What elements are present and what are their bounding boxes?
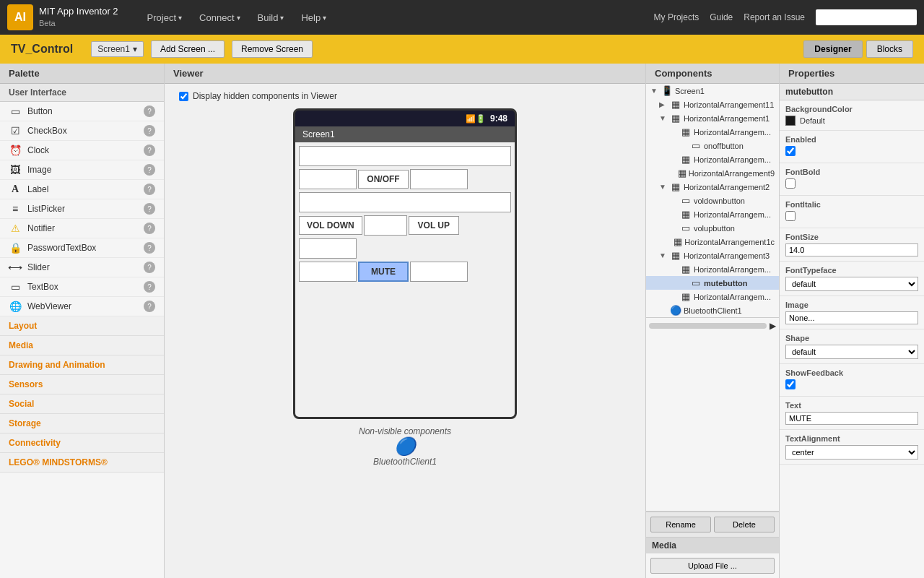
- image-help-icon[interactable]: ?: [144, 164, 155, 176]
- properties-component-name: mutebutton: [780, 84, 924, 100]
- palette-section-social[interactable]: Social: [0, 394, 164, 414]
- listpicker-icon: ≡: [9, 202, 22, 215]
- project-title: TV_Control: [11, 43, 73, 56]
- comp-panel-inner: Components ▼ 📱 Screen1 ▶ ▦ HorizontalArr…: [646, 64, 779, 578]
- palette-section-connectivity[interactable]: Connectivity: [0, 434, 164, 453]
- phone-row-4: VOL DOWN VOL UP: [299, 215, 511, 236]
- phone-volup-button[interactable]: VOL UP: [409, 216, 459, 235]
- upload-file-button[interactable]: Upload File ...: [650, 558, 775, 574]
- my-projects-link[interactable]: My Projects: [654, 12, 699, 22]
- fontitalic-checkbox[interactable]: [785, 211, 796, 221]
- passwordtextbox-help-icon[interactable]: ?: [144, 242, 155, 254]
- palette-item-clock[interactable]: ⏰ Clock ?: [0, 141, 164, 160]
- nav-help[interactable]: Help ▾: [294, 9, 334, 26]
- comp-harr-last[interactable]: ▦ HorizontalArrangem...: [646, 290, 779, 303]
- comp-screen1[interactable]: ▼ 📱 Screen1: [646, 84, 779, 98]
- prop-fontsize: FontSize: [780, 228, 924, 262]
- fonttypeface-select[interactable]: default serif sans serif monospace: [785, 277, 918, 291]
- listpicker-help-icon[interactable]: ?: [144, 203, 155, 215]
- comp-harr2[interactable]: ▼ ▦ HorizontalArrangement2: [646, 180, 779, 194]
- comp-harr11[interactable]: ▶ ▦ HorizontalArrangement11: [646, 98, 779, 111]
- checkbox-help-icon[interactable]: ?: [144, 125, 155, 137]
- phone-input-4: [364, 215, 407, 236]
- clock-icon: ⏰: [9, 144, 22, 157]
- palette-item-textbox[interactable]: ▭ TextBox ?: [0, 277, 164, 297]
- phone-status-bar: 📶🔋 9:48: [295, 111, 515, 126]
- prop-backgroundcolor: BackgroundColor Default: [780, 100, 924, 131]
- palette-item-button[interactable]: ▭ Button ?: [0, 102, 164, 121]
- harr3-icon: ▦: [670, 250, 681, 261]
- webviewer-help-icon[interactable]: ?: [144, 301, 155, 312]
- enabled-checkbox[interactable]: [785, 146, 796, 156]
- comp-scrollbar[interactable]: [649, 323, 767, 329]
- palette-section-layout[interactable]: Layout: [0, 316, 164, 336]
- palette-item-notifier[interactable]: ⚠ Notifier ?: [0, 219, 164, 238]
- comp-harr-sub1[interactable]: ▦ HorizontalArrangem...: [646, 125, 779, 139]
- prop-image: Image: [780, 296, 924, 329]
- comp-volup[interactable]: ▭ volupbutton: [646, 221, 779, 235]
- comp-harr1c[interactable]: ▦ HorizontalArrangement1c: [646, 235, 779, 249]
- search-input[interactable]: [816, 9, 917, 25]
- rename-button[interactable]: Rename: [650, 517, 711, 532]
- screen-icon: 📱: [661, 85, 673, 96]
- palette-item-webviewer[interactable]: 🌐 WebViewer ?: [0, 297, 164, 316]
- comp-mutebutton[interactable]: ▭ mutebutton: [646, 276, 779, 290]
- text-input[interactable]: [785, 412, 918, 425]
- harr2-icon: ▦: [670, 181, 681, 192]
- phone-mute-button[interactable]: MUTE: [358, 262, 409, 282]
- palette-section-lego[interactable]: LEGO® MINDSTORMS®: [0, 453, 164, 473]
- showfeedback-checkbox[interactable]: [785, 379, 796, 389]
- shape-select[interactable]: default rounded rectangle oval: [785, 345, 918, 359]
- image-input[interactable]: [785, 311, 918, 324]
- fontsize-input[interactable]: [785, 243, 918, 256]
- fontbold-checkbox[interactable]: [785, 178, 796, 189]
- comp-harr-mute-row[interactable]: ▦ HorizontalArrangem...: [646, 262, 779, 276]
- textalignment-select[interactable]: center left right: [785, 445, 918, 460]
- palette-section-media[interactable]: Media: [0, 336, 164, 355]
- comp-harr1[interactable]: ▼ ▦ HorizontalArrangement1: [646, 111, 779, 125]
- report-issue-link[interactable]: Report an Issue: [744, 12, 805, 22]
- guide-link[interactable]: Guide: [710, 12, 733, 22]
- comp-voldown[interactable]: ▭ voldownbutton: [646, 194, 779, 207]
- notifier-help-icon[interactable]: ?: [144, 223, 155, 234]
- textbox-help-icon[interactable]: ?: [144, 281, 155, 293]
- comp-harr-mid[interactable]: ▦ HorizontalArrangem...: [646, 207, 779, 221]
- delete-button[interactable]: Delete: [714, 517, 775, 532]
- comp-onoffbutton[interactable]: ▭ onoffbutton: [646, 139, 779, 152]
- palette-section-storage[interactable]: Storage: [0, 414, 164, 434]
- palette-item-image[interactable]: 🖼 Image ?: [0, 160, 164, 180]
- palette-item-checkbox[interactable]: ☑ CheckBox ?: [0, 121, 164, 141]
- comp-harr-sub2[interactable]: ▦ HorizontalArrangem...: [646, 152, 779, 166]
- phone-body: ON/OFF VOL DOWN VOL UP: [295, 142, 515, 417]
- clock-help-icon[interactable]: ?: [144, 144, 155, 156]
- button-help-icon[interactable]: ?: [144, 105, 155, 117]
- phone-voldown-button[interactable]: VOL DOWN: [299, 216, 362, 235]
- add-screen-button[interactable]: Add Screen ...: [151, 40, 225, 58]
- palette-section-drawing[interactable]: Drawing and Animation: [0, 355, 164, 375]
- slider-help-icon[interactable]: ?: [144, 262, 155, 273]
- nav-connect[interactable]: Connect ▾: [192, 9, 247, 26]
- screen-selector[interactable]: Screen1 ▾: [91, 41, 144, 57]
- non-visible-section: Non-visible components 🔵 BluetoothClient…: [359, 426, 451, 467]
- phone-input-5: [299, 238, 357, 259]
- comp-scroll-right[interactable]: ▶: [770, 321, 776, 331]
- palette-section-sensors[interactable]: Sensors: [0, 375, 164, 394]
- blocks-button[interactable]: Blocks: [866, 40, 913, 58]
- phone-time: 9:48: [490, 113, 507, 124]
- comp-harr9[interactable]: ▦ HorizontalArrangement9: [646, 166, 779, 180]
- comp-btclient1[interactable]: 🔵 BluetoothClient1: [646, 303, 779, 317]
- palette-item-slider[interactable]: ⟷ Slider ?: [0, 258, 164, 277]
- palette-item-label[interactable]: A Label ?: [0, 180, 164, 199]
- nav-project[interactable]: Project ▾: [140, 9, 189, 26]
- palette-section-user-interface[interactable]: User Interface: [0, 84, 164, 102]
- phone-row-6: MUTE: [299, 262, 511, 282]
- display-hidden-checkbox[interactable]: [179, 92, 188, 101]
- remove-screen-button[interactable]: Remove Screen: [232, 40, 313, 58]
- designer-button[interactable]: Designer: [803, 40, 862, 58]
- label-help-icon[interactable]: ?: [144, 184, 155, 195]
- palette-item-passwordtextbox[interactable]: 🔒 PasswordTextBox ?: [0, 238, 164, 258]
- comp-harr3[interactable]: ▼ ▦ HorizontalArrangement3: [646, 249, 779, 262]
- palette-item-listpicker[interactable]: ≡ ListPicker ?: [0, 199, 164, 219]
- phone-onoff-button[interactable]: ON/OFF: [358, 170, 409, 189]
- nav-build[interactable]: Build ▾: [250, 9, 292, 26]
